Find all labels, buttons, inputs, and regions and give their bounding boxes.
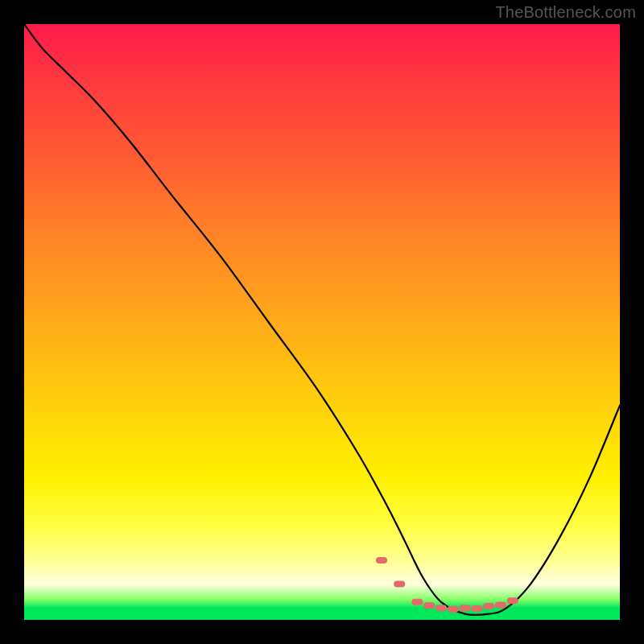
curve-layer bbox=[24, 24, 620, 620]
marker-dot bbox=[507, 597, 518, 604]
watermark-text: TheBottleneck.com bbox=[495, 3, 636, 22]
plot-area bbox=[24, 24, 620, 620]
marker-dot bbox=[483, 603, 494, 609]
marker-dot bbox=[436, 605, 447, 611]
marker-dot bbox=[471, 605, 482, 612]
marker-dot bbox=[376, 557, 387, 564]
marker-dot bbox=[460, 605, 471, 611]
marker-dot bbox=[495, 602, 506, 609]
marker-dot bbox=[423, 602, 435, 609]
chart-frame: TheBottleneck.com bbox=[0, 0, 644, 644]
marker-dot bbox=[411, 599, 423, 605]
marker-dot bbox=[394, 581, 405, 588]
marker-dot bbox=[448, 606, 459, 613]
optimal-range-markers bbox=[376, 557, 518, 613]
bottleneck-curve bbox=[24, 24, 620, 615]
